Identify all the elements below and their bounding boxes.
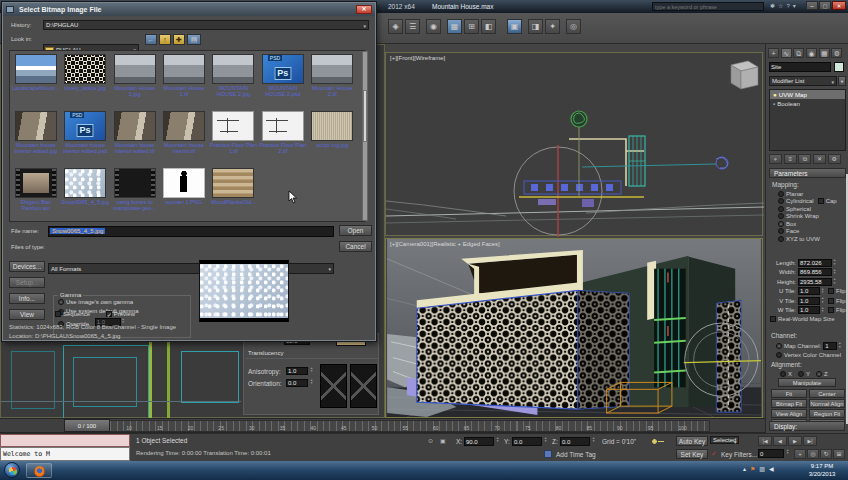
radio-map-channel[interactable] xyxy=(776,343,782,349)
fit-button[interactable]: Fit xyxy=(771,389,807,398)
z-coord-field[interactable]: 0.0 xyxy=(560,437,590,446)
selection-lock-icon[interactable]: ▣ xyxy=(440,437,446,444)
anisotropy-field[interactable]: 1.0 xyxy=(286,367,308,375)
remove-modifier-icon[interactable]: ✕ xyxy=(813,154,826,164)
radio-align-z[interactable] xyxy=(816,371,822,377)
infocenter-icons[interactable]: ✱☆?▾ xyxy=(770,2,799,9)
radio-cylindrical[interactable] xyxy=(778,198,784,204)
front-viewport[interactable]: [+][Front][Wireframe] xyxy=(385,52,763,236)
cancel-button[interactable]: Cancel xyxy=(339,241,372,252)
tab-hierarchy-icon[interactable]: ⧉ xyxy=(793,48,804,58)
set-key-check-icon[interactable]: ✓ xyxy=(711,450,717,458)
display-rollout[interactable]: Display: xyxy=(769,421,845,431)
file-item[interactable]: Shigeru Ban Pavilion.avi xyxy=(11,166,60,223)
radio-align-y[interactable] xyxy=(798,371,804,377)
modifier-list-arrow[interactable]: ▼ xyxy=(838,76,846,86)
manipulate-button[interactable]: Manipulate xyxy=(778,378,836,387)
tab-motion-icon[interactable]: ◉ xyxy=(806,48,817,58)
file-type-dropdown[interactable]: All Formats xyxy=(48,263,334,274)
file-item[interactable]: LandscapeMount... xyxy=(11,52,60,109)
map-channel-field[interactable]: 1 xyxy=(823,342,837,350)
auto-key-button[interactable]: Auto Key xyxy=(676,436,708,446)
camera-viewport-canvas[interactable] xyxy=(386,239,762,417)
go-to-start-button[interactable]: |◀ xyxy=(758,436,772,446)
toolbar-icon-select[interactable]: ◈ xyxy=(388,19,403,34)
tray-network-icon[interactable]: ▥ xyxy=(759,466,765,472)
v-flip-checkbox[interactable] xyxy=(828,298,834,304)
time-slider[interactable]: 0 / 100 xyxy=(64,419,110,432)
tab-modify-icon[interactable]: ∿ xyxy=(781,48,792,58)
up-one-level-icon[interactable]: ↑ xyxy=(159,34,171,45)
modifier-list-dropdown[interactable]: Modifier List xyxy=(769,76,837,86)
file-item[interactable]: WoodPlanksOld... xyxy=(209,166,258,223)
file-item[interactable]: Mountain house interior edited.jpg xyxy=(11,109,60,166)
pan-view-icon[interactable]: + xyxy=(794,449,806,459)
previous-frame-button[interactable]: ◀ xyxy=(773,436,787,446)
orbit-view-icon[interactable]: ↻ xyxy=(820,449,832,459)
parameters-rollout[interactable]: Parameters xyxy=(769,168,846,178)
file-item[interactable]: using bones to manipulate geo... xyxy=(110,166,159,223)
timeline-ruler[interactable]: 0510152025303540455055606570758085909510… xyxy=(64,420,710,432)
file-item[interactable]: Mountain House 1.jpg xyxy=(110,52,159,109)
tray-action-center-icon[interactable]: ⚑ xyxy=(750,466,755,472)
search-input[interactable] xyxy=(652,2,764,11)
minimize-button[interactable]: – xyxy=(806,1,818,10)
zoom-view-icon[interactable]: ◎ xyxy=(807,449,819,459)
file-item[interactable]: Snow0065_4_5.jpg xyxy=(60,166,109,223)
close-button[interactable]: ✕ xyxy=(832,1,846,10)
tab-create-icon[interactable]: + xyxy=(768,48,779,58)
radio-face[interactable] xyxy=(778,228,784,234)
history-dropdown[interactable]: D:\PHGLAU xyxy=(43,20,369,30)
file-item[interactable]: MOUNTAIN HOUSE 2.jpg xyxy=(209,52,258,109)
v-tile-field[interactable]: 1.0 xyxy=(798,297,820,305)
toolbar-icon-material-editor[interactable]: ◨ xyxy=(528,19,543,34)
set-key-button[interactable]: Set Key xyxy=(676,449,708,459)
file-item[interactable]: Practice Floor Plan 2.tif xyxy=(258,109,307,166)
back-folder-icon[interactable]: ← xyxy=(145,34,157,45)
front-viewport-canvas[interactable] xyxy=(386,53,764,237)
selection-set-dropdown[interactable]: Selected xyxy=(710,436,739,444)
view-menu-icon[interactable]: ▤ xyxy=(187,34,201,45)
info-button[interactable]: Info... xyxy=(9,293,45,304)
maximize-viewport-icon[interactable]: ⊞ xyxy=(833,449,845,459)
open-button[interactable]: Open xyxy=(339,225,372,236)
devices-button[interactable]: Devices... xyxy=(9,261,45,272)
modifier-visibility-icon[interactable]: ● xyxy=(773,91,777,98)
taskbar-clock[interactable]: 9:17 PM 3/20/2013 xyxy=(800,463,844,478)
w-tile-field[interactable]: 1.0 xyxy=(798,306,820,314)
tab-utilities-icon[interactable]: ⚙ xyxy=(831,48,842,58)
cap-checkbox[interactable] xyxy=(818,198,824,204)
system-tray[interactable]: ▴ ⚑ ▥ ◀ xyxy=(742,465,775,472)
real-world-checkbox[interactable] xyxy=(770,316,776,322)
play-button[interactable]: ▶ xyxy=(788,436,802,446)
toolbar-icon-render-setup[interactable]: ✦ xyxy=(545,19,560,34)
go-to-end-button[interactable]: ▶| xyxy=(803,436,817,446)
tab-display-icon[interactable]: ▦ xyxy=(819,48,830,58)
show-end-result-icon[interactable]: ≡ xyxy=(784,154,797,164)
radio-box[interactable] xyxy=(778,221,784,227)
toolbar-icon-graphite[interactable]: ⊞ xyxy=(464,19,479,34)
radio-spherical[interactable] xyxy=(778,206,784,212)
camera-viewport[interactable]: [+][Camera001][Realistic + Edged Faces] xyxy=(385,238,763,418)
radio-planar[interactable] xyxy=(778,191,784,197)
w-flip-checkbox[interactable] xyxy=(828,307,834,313)
file-item[interactable]: woman 1.PNG xyxy=(159,166,208,223)
view-button[interactable]: View xyxy=(9,309,45,320)
object-name-field[interactable]: Site xyxy=(769,62,831,72)
front-viewport-label[interactable]: [+][Front][Wireframe] xyxy=(390,55,445,61)
modifier-stack-item[interactable]: ▪Boolean xyxy=(770,99,845,108)
file-list-scrollbar[interactable] xyxy=(362,51,368,221)
toolbar-icon-layers[interactable]: ▦ xyxy=(447,19,462,34)
new-folder-icon[interactable]: ✚ xyxy=(173,34,185,45)
key-filters-button[interactable]: Key Filters... xyxy=(721,451,757,458)
current-frame-field[interactable]: 0 xyxy=(758,449,784,458)
refraction-preview[interactable] xyxy=(350,364,377,408)
toolbar-icon-mirror[interactable]: ◉ xyxy=(426,19,441,34)
object-color-swatch[interactable] xyxy=(834,62,844,72)
width-field[interactable]: 869.856 xyxy=(798,268,832,276)
sequence-checkbox[interactable] xyxy=(55,311,61,317)
macro-recorder-line[interactable] xyxy=(0,434,130,447)
normal-align-button[interactable]: Normal Align xyxy=(809,399,845,408)
file-item[interactable]: Mountain House 2.tif xyxy=(308,52,357,109)
radio-image-gamma[interactable] xyxy=(58,299,64,305)
